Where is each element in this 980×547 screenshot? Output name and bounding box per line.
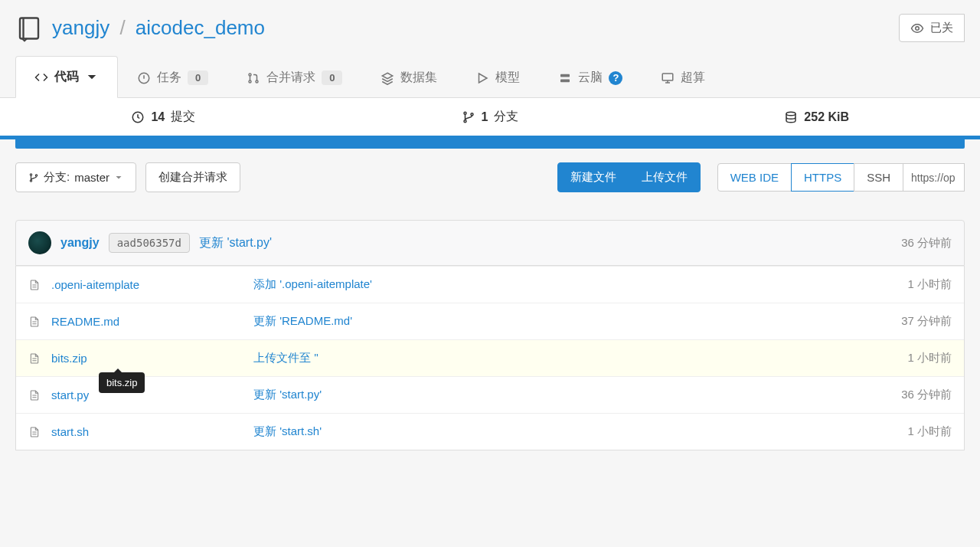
file-icon (28, 426, 41, 438)
play-icon (475, 71, 489, 85)
file-time: 1 小时前 (907, 277, 952, 292)
breadcrumb-sep: / (119, 16, 125, 39)
table-row: start.sh更新 'start.sh'1 小时前 (16, 413, 964, 450)
commits-label: 提交 (171, 109, 195, 125)
layers-icon (381, 71, 394, 85)
file-commit-msg[interactable]: 添加 '.openi-aitemplate' (253, 277, 897, 292)
svg-point-12 (471, 113, 473, 115)
svg-point-11 (464, 120, 466, 122)
table-row: .openi-aitemplate添加 '.openi-aitemplate'1… (16, 266, 964, 303)
help-icon[interactable]: ? (609, 71, 622, 85)
svg-rect-6 (560, 74, 570, 77)
stat-commits[interactable]: 14 提交 (0, 98, 327, 136)
file-commit-msg[interactable]: 更新 'README.md' (253, 314, 890, 329)
file-time: 1 小时前 (907, 424, 952, 439)
branches-count: 1 (482, 110, 488, 124)
file-icon (28, 316, 41, 328)
stats-bar: 14 提交 1 分支 252 KiB (0, 98, 980, 139)
repo-size: 252 KiB (804, 110, 849, 124)
file-name-link[interactable]: README.md (51, 315, 243, 328)
tab-models[interactable]: 模型 (456, 57, 539, 98)
tab-models-label: 模型 (495, 70, 520, 86)
table-row: start.py更新 'start.py'36 分钟前 (16, 376, 964, 413)
create-pr-button[interactable]: 创建合并请求 (145, 162, 240, 192)
ssh-button[interactable]: SSH (854, 163, 903, 192)
tab-cloudbrain[interactable]: 云脑 ? (539, 57, 642, 98)
new-file-button[interactable]: 新建文件 (557, 162, 629, 192)
file-time: 1 小时前 (907, 351, 952, 365)
svg-point-15 (30, 179, 31, 181)
file-time: 36 分钟前 (901, 388, 952, 402)
breadcrumb: yangjy / aicodec_demo (52, 16, 265, 40)
file-icon (28, 352, 41, 365)
svg-point-4 (249, 80, 251, 83)
branch-prefix: 分支: (44, 170, 70, 185)
tab-pulls[interactable]: 合并请求 0 (227, 57, 361, 98)
branch-icon (28, 172, 39, 183)
pull-request-icon (247, 71, 260, 85)
svg-rect-7 (560, 79, 570, 82)
commit-sha[interactable]: aad506357d (109, 233, 190, 253)
owner-link[interactable]: yangjy (52, 16, 109, 39)
branches-label: 分支 (494, 109, 518, 125)
svg-point-16 (35, 174, 37, 175)
svg-point-14 (30, 173, 31, 175)
commit-message[interactable]: 更新 'start.py' (199, 235, 272, 251)
tooltip: bits.zip (99, 372, 145, 393)
commit-time: 36 分钟前 (901, 236, 952, 251)
latest-commit-bar: yangjy aad506357d 更新 'start.py' 36 分钟前 (15, 220, 965, 266)
table-row: README.md更新 'README.md'37 分钟前 (16, 303, 964, 339)
stat-branches[interactable]: 1 分支 (327, 98, 654, 136)
branch-icon (462, 110, 475, 124)
repo-header: yangjy / aicodec_demo 已关 (0, 0, 980, 56)
code-icon (34, 70, 48, 84)
language-bar (15, 139, 965, 149)
tab-datasets[interactable]: 数据集 (361, 57, 456, 98)
file-icon (28, 389, 41, 401)
repo-link[interactable]: aicodec_demo (136, 16, 265, 39)
file-commit-msg[interactable]: 更新 'start.py' (253, 388, 890, 402)
svg-point-3 (249, 74, 251, 76)
issues-count-badge: 0 (188, 70, 208, 85)
branch-selector[interactable]: 分支: master (15, 162, 136, 192)
actions-row: 分支: master 创建合并请求 新建文件 上传文件 WEB IDE HTTP… (0, 149, 980, 206)
file-name-link[interactable]: start.py (51, 388, 243, 401)
file-actions-group: 新建文件 上传文件 (557, 162, 701, 192)
file-commit-msg[interactable]: 上传文件至 '' (253, 351, 897, 365)
tab-code[interactable]: 代码 (15, 56, 118, 98)
stat-size: 252 KiB (653, 98, 980, 136)
database-icon (784, 110, 798, 124)
svg-point-5 (256, 80, 258, 83)
tab-pulls-label: 合并请求 (266, 70, 315, 86)
tab-datasets-label: 数据集 (400, 70, 437, 86)
tab-issues[interactable]: 任务 0 (118, 57, 227, 98)
monitor-icon (661, 71, 675, 85)
https-button[interactable]: HTTPS (791, 163, 854, 192)
file-name-link[interactable]: bits.zip (51, 352, 243, 365)
history-icon (131, 110, 145, 124)
tab-cloudbrain-label: 云脑 (578, 70, 603, 86)
server-icon (558, 71, 572, 85)
upload-file-button[interactable]: 上传文件 (629, 162, 701, 192)
file-commit-msg[interactable]: 更新 'start.sh' (253, 424, 897, 439)
web-ide-button[interactable]: WEB IDE (717, 163, 792, 192)
watch-button[interactable]: 已关 (899, 14, 965, 42)
svg-point-10 (464, 112, 466, 114)
avatar[interactable] (28, 231, 51, 254)
svg-rect-8 (663, 74, 674, 80)
chevron-down-icon (85, 70, 99, 84)
file-name-link[interactable]: start.sh (51, 425, 243, 438)
watch-label: 已关 (930, 21, 953, 35)
commits-count: 14 (151, 110, 165, 124)
svg-point-13 (786, 112, 795, 116)
branch-name: master (74, 171, 109, 184)
tab-issues-label: 任务 (157, 70, 181, 86)
commit-author[interactable]: yangjy (60, 236, 100, 250)
breadcrumb-wrap: yangjy / aicodec_demo (15, 15, 265, 42)
tab-supercompute[interactable]: 超算 (642, 57, 724, 98)
repo-icon (15, 15, 43, 42)
file-table: .openi-aitemplate添加 '.openi-aitemplate'1… (15, 266, 965, 450)
file-name-link[interactable]: .openi-aitemplate (51, 278, 243, 291)
file-time: 37 分钟前 (901, 314, 952, 329)
clone-url-input[interactable] (903, 163, 965, 192)
